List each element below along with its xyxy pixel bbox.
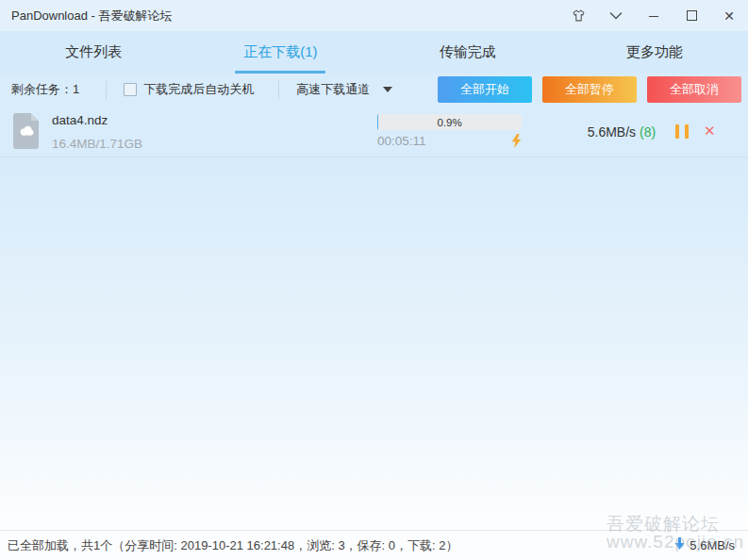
toolbar: 剩余任务：1 下载完成后自动关机 高速下载通道 全部开始 全部暂停 全部取消 bbox=[0, 74, 748, 106]
shutdown-after-download-checkbox[interactable]: 下载完成后自动关机 bbox=[107, 81, 278, 98]
progress-bar: 0.9% bbox=[377, 114, 522, 130]
thread-count: (8) bbox=[640, 124, 656, 140]
chevron-down-icon bbox=[609, 11, 623, 20]
tab-more-functions[interactable]: 更多功能 bbox=[561, 31, 748, 74]
download-list-empty-area bbox=[0, 157, 748, 530]
remaining-tasks-label: 剩余任务：1 bbox=[0, 81, 106, 98]
pause-icon bbox=[685, 124, 689, 139]
file-block: data4.ndz 16.4MB/1.71GB bbox=[13, 113, 142, 151]
download-arrow-icon bbox=[674, 537, 685, 554]
tab-file-list[interactable]: 文件列表 bbox=[0, 31, 187, 74]
file-icon bbox=[13, 113, 39, 149]
pause-task-button[interactable] bbox=[675, 124, 689, 139]
file-name: data4.ndz bbox=[52, 113, 142, 127]
shirt-icon bbox=[571, 8, 587, 23]
maximize-button[interactable] bbox=[673, 0, 710, 31]
status-text: 已全部加载，共1个（分享时间: 2019-10-21 16:21:48，浏览: … bbox=[0, 537, 674, 554]
speed-block: 5.6MB/s (8) bbox=[564, 106, 679, 157]
minimize-button[interactable]: ─ bbox=[635, 0, 673, 31]
status-bar: 已全部加载，共1个（分享时间: 2019-10-21 16:21:48，浏览: … bbox=[0, 530, 748, 560]
global-speed-value: 5.6MB/s bbox=[690, 538, 735, 552]
tab-label: 传输完成 bbox=[440, 43, 496, 61]
cancel-icon: ✕ bbox=[704, 123, 716, 139]
close-button[interactable]: ✕ bbox=[710, 0, 748, 31]
toolbar-buttons: 全部开始 全部暂停 全部取消 bbox=[438, 76, 741, 103]
progress-percent-label: 0.9% bbox=[377, 114, 522, 130]
file-texts: data4.ndz 16.4MB/1.71GB bbox=[52, 113, 142, 151]
tab-label: 正在下载(1) bbox=[243, 43, 317, 61]
remaining-time: 00:05:11 bbox=[377, 134, 426, 148]
cancel-all-button[interactable]: 全部取消 bbox=[647, 76, 741, 103]
tab-label: 文件列表 bbox=[65, 43, 122, 61]
progress-block: 0.9% 00:05:11 bbox=[377, 114, 522, 148]
file-size: 16.4MB/1.71GB bbox=[52, 137, 142, 151]
tab-bar: 文件列表 正在下载(1) 传输完成 更多功能 bbox=[0, 31, 748, 74]
titlebar: PanDownload - 吾爱破解论坛 ─ ✕ bbox=[0, 0, 748, 31]
cloud-icon bbox=[19, 123, 34, 140]
tab-transfer-complete[interactable]: 传输完成 bbox=[374, 31, 561, 74]
download-channel-select[interactable]: 高速下载通道 bbox=[279, 81, 411, 98]
cancel-task-button[interactable]: ✕ bbox=[704, 123, 716, 140]
tab-downloading[interactable]: 正在下载(1) bbox=[187, 31, 374, 74]
download-row[interactable]: data4.ndz 16.4MB/1.71GB 0.9% 00:05:11 5.… bbox=[0, 106, 748, 157]
progress-meta: 00:05:11 bbox=[377, 134, 522, 148]
global-speed: 5.6MB/s bbox=[674, 537, 748, 554]
lightning-icon[interactable] bbox=[511, 134, 522, 148]
pause-all-button[interactable]: 全部暂停 bbox=[542, 76, 637, 103]
shutdown-checkbox-label: 下载完成后自动关机 bbox=[143, 81, 254, 98]
close-icon: ✕ bbox=[723, 8, 735, 24]
theme-button[interactable] bbox=[559, 0, 597, 31]
maximize-icon bbox=[687, 10, 697, 21]
caret-down-icon bbox=[383, 87, 392, 92]
tab-label: 更多功能 bbox=[626, 43, 683, 61]
channel-selected-value: 高速下载通道 bbox=[296, 81, 370, 98]
file-fold-corner bbox=[31, 113, 39, 121]
download-speed: 5.6MB/s bbox=[588, 124, 636, 140]
pause-icon bbox=[675, 124, 679, 139]
menu-button[interactable] bbox=[597, 0, 635, 31]
window-title: PanDownload - 吾爱破解论坛 bbox=[0, 8, 559, 25]
start-all-button[interactable]: 全部开始 bbox=[438, 76, 532, 103]
minimize-icon: ─ bbox=[649, 8, 658, 24]
app-window: PanDownload - 吾爱破解论坛 ─ ✕ bbox=[0, 0, 748, 560]
checkbox-icon[interactable] bbox=[124, 83, 137, 96]
